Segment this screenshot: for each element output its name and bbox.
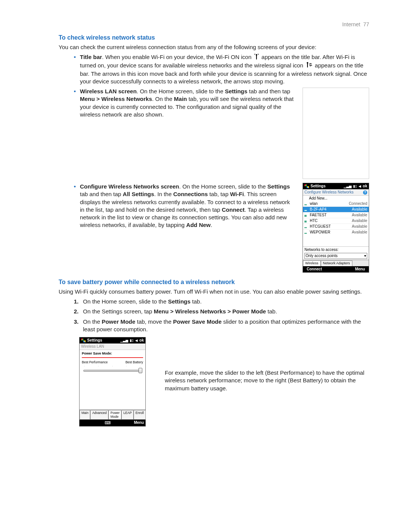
network-status: Available [352,224,367,229]
cell-icon: ▮▯ [353,184,357,189]
wm-soft-bar: Connect Menu [303,266,369,272]
network-status: Available [352,230,367,235]
wm-title-bar: Settings ▁▃▅ ▮▯ ◀ ok [303,183,369,189]
svg-rect-1 [256,55,257,59]
heading-check-status: To check wireless network status [59,34,369,41]
windows-flag-icon [81,339,86,342]
bullet-title-bar: Title bar. When you enable Wi-Fi on your… [74,53,369,85]
wm-subheader-text: Configure Wireless Networks [304,190,354,195]
access-dropdown[interactable]: Only access points ▾ [304,253,367,259]
figure-power-save-mode: Settings ▁▃▅ ▮▯ ◀ ok Wireless LAN Power … [79,337,146,427]
signal-strength-icon: ▄ [304,213,308,217]
network-item[interactable]: ▄HTCAvailable [303,218,369,224]
network-status: Available [352,219,367,223]
network-status: Available [352,207,367,212]
network-name: HTC [310,219,352,223]
bullet-configure-networks: Configure Wireless Networks screen. On t… [74,183,296,229]
wifi-signal-scan-icon [306,62,312,70]
intro-para-1: You can check the current wireless conne… [59,43,369,51]
soft-connect[interactable]: Connect [307,267,322,272]
network-list: Add New... ▂wlanConnected▂B-2F-AP4Availa… [303,196,369,246]
intro-para-2: Using Wi-Fi quickly consumes battery pow… [59,288,369,296]
volume-icon: ◀ [135,339,138,343]
step-3: On the Power Mode tab, move the Power Sa… [74,318,369,334]
slider-thumb[interactable] [139,368,142,373]
tab-advanced[interactable]: Advanced [90,410,108,419]
windows-flag-icon [304,184,309,188]
signal-strength-icon: ▂ [304,225,308,228]
cell-icon: ▮▯ [130,339,134,343]
wm-subheader: Configure Wireless Networks ? [303,189,369,196]
bullet-list-3: Configure Wireless Networks screen. On t… [74,183,296,229]
signal-strength-icon: ▂ [304,208,308,211]
network-item[interactable]: ▄FAETESTAvailable [303,212,369,218]
access-label: Networks to access: [304,248,367,252]
wifi-on-icon [254,54,259,62]
lead-wlan: Wireless LAN screen [80,88,137,94]
keyboard-icon[interactable]: ⌨ [105,420,110,425]
figure-configure-wireless-networks: Settings ▁▃▅ ▮▯ ◀ ok Configure Wireless … [303,183,369,273]
soft-menu[interactable]: Menu [134,420,144,425]
network-name: B-2F-AP4 [310,207,352,212]
signal-strength-icon: ▂ [304,202,308,206]
wm-tabs: Wireless Network Adapters [303,260,369,266]
network-item[interactable]: ▂wlanConnected [303,201,369,206]
wm2-title-bar: Settings ▁▃▅ ▮▯ ◀ ok [80,337,145,343]
power-save-slider[interactable]: ····· [82,365,143,372]
lead-title-bar: Title bar [80,54,102,60]
tab-wireless[interactable]: Wireless [303,260,321,266]
network-item[interactable]: ▂B-2F-AP4Available [303,206,369,212]
network-name: WEPOWER [310,230,352,235]
step-1: On the Home screen, slide to the Setting… [74,298,369,305]
bullet-list-2: Wireless LAN screen. On the Home screen,… [74,88,296,118]
wm2-tabs: Main Advanced Power Mode LEAP Enroll [80,409,145,419]
wm-title: Settings [311,184,325,189]
document-page: Internet 77 To check wireless network st… [0,0,411,449]
tab-power-mode[interactable]: Power Mode [108,410,121,419]
ok-button[interactable]: ok [363,184,367,189]
tab-leap[interactable]: LEAP [121,410,134,419]
page-number: 77 [363,21,369,27]
network-name: wlan [310,201,349,206]
network-item[interactable]: ▂WEPOWERAvailable [303,229,369,235]
ok-button[interactable]: ok [139,338,144,343]
wm2-title: Settings [87,338,102,343]
label-best-battery: Best Battery [126,360,143,364]
signal-icon: ▁▃▅ [120,339,128,343]
chevron-down-icon: ▾ [364,254,366,258]
help-icon[interactable]: ? [363,190,367,195]
wm2-soft-bar: ⌨ Menu [80,420,145,426]
network-status: Available [352,213,367,217]
lead-config: Configure Wireless Networks screen [80,183,179,190]
red-divider [82,357,143,358]
example-caption: For example, move the slider to the left… [165,337,369,392]
volume-icon: ◀ [358,184,361,189]
soft-menu[interactable]: Menu [355,267,365,272]
figure-wireless-lan-placeholder [303,88,369,179]
tab-network-adapters[interactable]: Network Adapters [321,260,352,266]
tab-enroll[interactable]: Enroll [134,410,146,419]
add-new-item[interactable]: Add New... [303,196,369,201]
bullet-list-1: Title bar. When you enable Wi-Fi on your… [74,53,369,85]
network-name: FAETEST [310,213,352,217]
signal-strength-icon: ▂ [304,230,308,234]
running-header: Internet 77 [59,21,369,27]
svg-rect-3 [307,63,308,67]
signal-strength-icon: ▄ [304,219,308,223]
network-status: Connected [349,201,367,206]
heading-save-battery: To save battery power while connected to… [59,279,369,286]
network-name: HTCGUEST [310,224,352,229]
bullet-wireless-lan: Wireless LAN screen. On the Home screen,… [74,88,296,118]
networks-to-access: Networks to access: Only access points ▾ [303,246,369,260]
network-item[interactable]: ▂HTCGUESTAvailable [303,224,369,229]
tab-main[interactable]: Main [80,410,90,419]
step-2: On the Settings screen, tap Menu > Wirel… [74,308,369,315]
label-best-performance: Best Performance [82,360,108,364]
psm-heading: Power Save Mode: [82,351,143,356]
section-name: Internet [342,21,360,27]
signal-icon: ▁▃▅ [344,184,352,189]
wm2-subheader: Wireless LAN [80,343,145,350]
steps-list: On the Home screen, slide to the Setting… [74,298,369,333]
